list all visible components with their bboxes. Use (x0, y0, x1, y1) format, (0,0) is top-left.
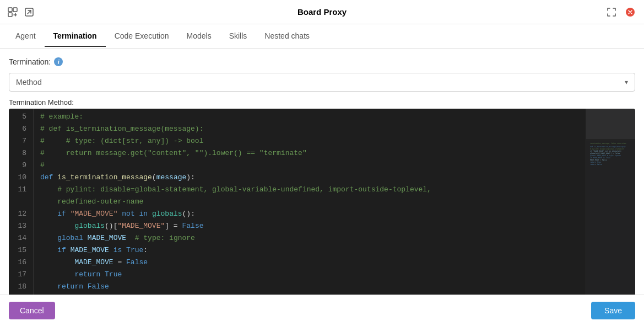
tab-agent[interactable]: Agent (7, 26, 45, 47)
code-line-17: return True (34, 269, 586, 281)
svg-rect-2 (8, 13, 12, 17)
info-icon[interactable]: i (54, 57, 63, 66)
code-line-18: return False (34, 281, 586, 293)
termination-label: Termination: (9, 57, 51, 66)
code-line-13: globals()["MADE_MOVE"] = False (34, 220, 586, 232)
code-line-11a: # pylint: disable=global-statement, glob… (34, 184, 586, 196)
cancel-button[interactable]: Cancel (9, 302, 55, 319)
code-line-7: # # type: (dict[str, any]) -> bool (34, 135, 586, 147)
minimap-content: termination_message, False otherwise. de… (586, 139, 635, 169)
code-line-10: def is_termination_message(message): (34, 172, 586, 184)
code-line-6: # def is_termination_message(message): (34, 123, 586, 135)
code-line-11b: redefined-outer-name (34, 196, 586, 208)
back-icon[interactable] (7, 6, 19, 18)
tabs-bar: Agent Termination Code Execution Models … (0, 24, 644, 49)
tab-skills[interactable]: Skills (220, 26, 256, 47)
svg-rect-1 (13, 8, 17, 12)
fullscreen-button[interactable] (604, 5, 619, 19)
code-line-5: # example: (34, 111, 586, 123)
title-bar: Board Proxy (0, 0, 644, 24)
window-title: Board Proxy (297, 7, 347, 17)
code-area[interactable]: # example: # def is_termination_message(… (34, 109, 586, 295)
method-dropdown[interactable]: Method ▾ (9, 73, 635, 92)
code-line-15: if MADE_MOVE is True: (34, 244, 586, 256)
line-numbers: 5 6 7 8 9 10 11 12 13 14 15 16 17 18 (9, 109, 34, 295)
code-line-9: # (34, 159, 586, 172)
svg-rect-0 (8, 8, 12, 12)
termination-method-label: Termination Method: (9, 98, 635, 106)
code-line-16: MADE_MOVE = False (34, 256, 586, 269)
tab-termination[interactable]: Termination (45, 26, 106, 47)
export-icon[interactable] (23, 6, 35, 18)
tab-code-execution[interactable]: Code Execution (106, 26, 178, 47)
code-line-14: global MADE_MOVE # type: ignore (34, 232, 586, 244)
minimap: termination_message, False otherwise. de… (586, 109, 635, 295)
main-content: Termination: i Method ▾ Termination Meth… (0, 49, 644, 295)
code-line-12: if "MADE_MOVE" not in globals(): (34, 208, 586, 220)
termination-label-row: Termination: i (9, 57, 635, 66)
chevron-down-icon: ▾ (625, 78, 628, 86)
close-button[interactable] (623, 5, 637, 19)
method-dropdown-text: Method (16, 78, 42, 87)
tab-models[interactable]: Models (178, 26, 220, 47)
tab-nested-chats[interactable]: Nested chats (256, 26, 318, 47)
code-line-8: # return message.get("content", "").lowe… (34, 147, 586, 159)
code-editor[interactable]: 5 6 7 8 9 10 11 12 13 14 15 16 17 18 # e… (9, 109, 635, 295)
footer: Cancel Save (0, 295, 644, 326)
save-button[interactable]: Save (591, 302, 635, 319)
